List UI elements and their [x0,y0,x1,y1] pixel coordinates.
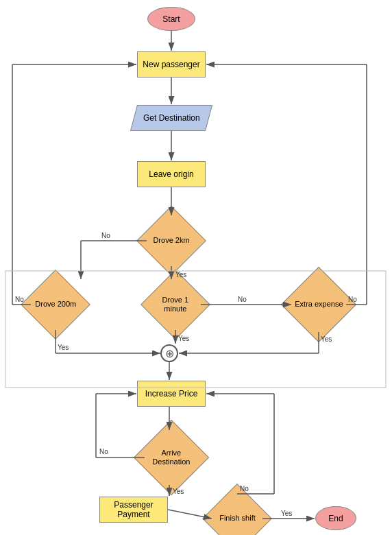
flowchart: Start New passenger Get Destination Leav… [0,0,392,535]
svg-text:No: No [238,296,247,303]
leave-origin-node: Leave origin [137,161,206,187]
passenger-payment-node: Passenger Payment [99,497,168,523]
drove-200m-node: Drove 200m [21,270,90,340]
svg-text:No: No [101,232,110,239]
svg-text:Yes: Yes [58,344,69,351]
extra-expense-node: Extra expense [281,267,356,342]
start-node: Start [147,7,195,31]
increase-price-node: Increase Price [137,381,206,407]
drove-2km-node: Drove 2km [136,206,206,276]
finish-shift-node: Finish shift [202,484,272,535]
merge-circle: ⊕ [160,344,178,362]
get-destination-node: Get Destination [130,105,212,131]
drove-1min-node: Drove 1 minute [140,270,210,340]
new-passenger-node: New passenger [137,51,206,78]
svg-text:Yes: Yes [178,335,189,342]
arrive-destination-node: Arrive Destination [134,420,209,495]
svg-text:Yes: Yes [281,510,292,517]
svg-text:No: No [99,448,108,455]
end-node: End [315,506,356,530]
